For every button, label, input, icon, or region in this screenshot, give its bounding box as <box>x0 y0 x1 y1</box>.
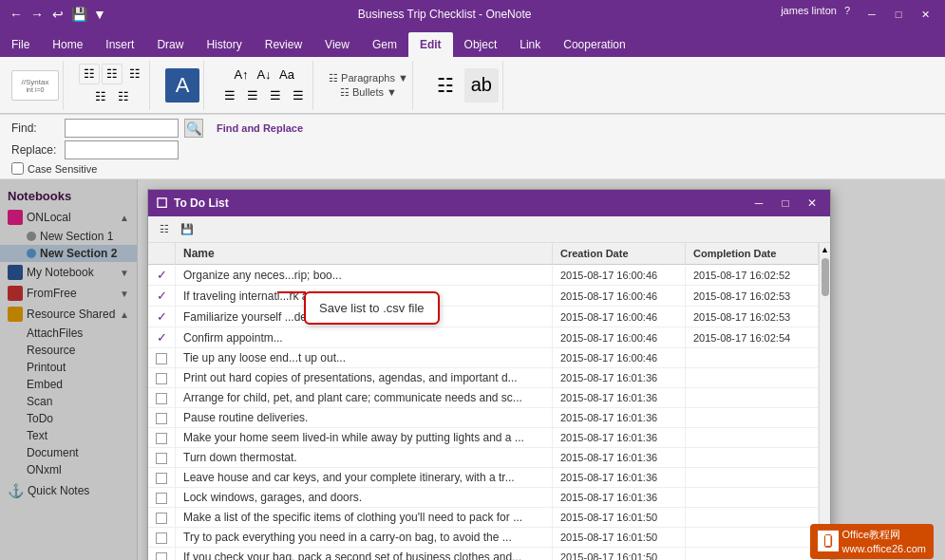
row-completion-date <box>686 468 819 488</box>
insert-big-icon[interactable]: A <box>165 68 199 103</box>
font-aa[interactable]: Aa <box>276 65 297 85</box>
ribbon-group-extra: ☷ ab <box>425 61 503 110</box>
unchecked-icon <box>156 353 167 364</box>
unchecked-icon <box>156 453 167 464</box>
modal-title-text: To Do List <box>174 196 743 210</box>
row-checkbox[interactable] <box>148 548 176 561</box>
title-bar-controls[interactable]: ← → ↩ 💾 ▼ <box>8 6 108 23</box>
help-button[interactable]: ? <box>844 5 850 24</box>
format-icon4[interactable]: ☷ <box>90 86 111 107</box>
modal-minimize-button[interactable]: ─ <box>748 195 769 212</box>
minimize-button[interactable]: ─ <box>860 5 884 24</box>
row-checkbox[interactable] <box>148 388 176 408</box>
modal-tb-icon1[interactable]: ☷ <box>154 219 175 240</box>
ribbon-group-text: ☷ ☷ ☷ ☷ ☷ <box>75 61 150 110</box>
case-sensitive-label: Case Sensitive <box>28 163 97 175</box>
syntax-icon[interactable]: //Syntax int i=0 <box>11 70 59 101</box>
align-icon3[interactable]: ☰ <box>265 85 286 106</box>
unchecked-icon <box>156 473 167 484</box>
tab-file[interactable]: File <box>0 32 41 57</box>
window-controls[interactable]: james linton ? ─ □ ✕ <box>781 5 937 24</box>
row-checkbox[interactable]: ✓ <box>148 327 176 348</box>
row-checkbox[interactable] <box>148 348 176 368</box>
modal-title-icon: ☐ <box>156 196 168 211</box>
row-creation-date: 2015-08-17 16:00:46 <box>553 327 686 348</box>
row-creation-date: 2015-08-17 16:01:50 <box>553 508 686 528</box>
col-creation: Creation Date <box>553 243 686 265</box>
row-checkbox[interactable] <box>148 368 176 388</box>
modal-titlebar: ☐ To Do List ─ □ ✕ <box>148 190 830 216</box>
row-checkbox[interactable] <box>148 428 176 448</box>
save-button[interactable]: 💾 <box>70 6 87 23</box>
row-checkbox[interactable] <box>148 488 176 508</box>
row-completion-date: 2015-08-17 16:02:53 <box>686 307 819 327</box>
font-size-down[interactable]: A↓ <box>254 65 274 85</box>
row-creation-date: 2015-08-17 16:01:36 <box>553 488 686 508</box>
tab-review[interactable]: Review <box>254 32 313 57</box>
forward-button[interactable]: → <box>28 6 46 23</box>
ribbon-group-insert: A <box>161 61 204 110</box>
ribbon: File Home Insert Draw History Review Vie… <box>0 28 945 115</box>
tab-link[interactable]: Link <box>508 32 552 57</box>
tab-view[interactable]: View <box>313 32 361 57</box>
row-checkbox[interactable] <box>148 528 176 548</box>
extra-icon1[interactable]: ☷ <box>428 68 463 103</box>
bullets-label[interactable]: ☷ Bullets ▼ <box>340 86 397 99</box>
format-icon3[interactable]: ☷ <box>124 64 145 84</box>
format-icon1[interactable]: ☷ <box>79 64 100 84</box>
replace-input[interactable] <box>65 140 179 159</box>
table-row: ✓Familiarize yourself ...destin...2015-0… <box>148 307 819 327</box>
row-name: Turn down thermostat. <box>176 448 553 468</box>
tab-edit[interactable]: Edit <box>408 32 453 57</box>
find-input[interactable] <box>65 119 179 138</box>
tab-draw[interactable]: Draw <box>145 32 195 57</box>
modal-vertical-scrollbar[interactable]: ▲ ▼ <box>819 243 830 560</box>
format-icon5[interactable]: ☷ <box>113 86 134 107</box>
find-search-button[interactable]: 🔍 <box>184 119 203 138</box>
row-checkbox[interactable] <box>148 408 176 428</box>
modal-tb-save[interactable]: 💾 <box>177 219 198 240</box>
back-button[interactable]: ← <box>8 6 25 23</box>
tab-gem[interactable]: Gem <box>361 32 408 57</box>
checked-icon: ✓ <box>157 330 167 345</box>
row-completion-date <box>686 428 819 448</box>
align-icon2[interactable]: ☰ <box>242 85 263 106</box>
font-size-up[interactable]: A↑ <box>231 65 252 85</box>
row-checkbox[interactable]: ✓ <box>148 307 176 327</box>
tab-home[interactable]: Home <box>41 32 94 57</box>
align-icon1[interactable]: ☰ <box>219 85 240 106</box>
row-checkbox[interactable] <box>148 448 176 468</box>
tab-object[interactable]: Object <box>453 32 509 57</box>
tab-history[interactable]: History <box>195 32 253 57</box>
row-name: Pause routine deliveries. <box>176 408 553 428</box>
undo-button[interactable]: ↩ <box>49 6 66 23</box>
table-row: Pause routine deliveries.2015-08-17 16:0… <box>148 408 819 428</box>
close-button[interactable]: ✕ <box>913 5 937 24</box>
table-row: If you check your bag, pack a second set… <box>148 548 819 561</box>
tab-insert[interactable]: Insert <box>94 32 145 57</box>
col-completion: Completion Date <box>686 243 819 265</box>
row-checkbox[interactable]: ✓ <box>148 265 176 286</box>
unchecked-icon <box>156 552 167 560</box>
vscroll-up[interactable]: ▲ <box>819 243 830 256</box>
office-watermark: 🅾 Office教程网 www.office26.com <box>810 524 934 559</box>
row-checkbox[interactable] <box>148 508 176 528</box>
row-checkbox[interactable] <box>148 468 176 488</box>
unchecked-icon <box>156 513 167 524</box>
align-icon4[interactable]: ☰ <box>288 85 309 106</box>
modal-maximize-button[interactable]: □ <box>775 195 796 212</box>
format-icon2[interactable]: ☷ <box>102 64 123 84</box>
modal-table-wrapper[interactable]: Name Creation Date Completion Date ✓Orga… <box>148 243 819 560</box>
tab-cooperation[interactable]: Cooperation <box>552 32 636 57</box>
todo-table: Name Creation Date Completion Date ✓Orga… <box>148 243 819 560</box>
vscroll-thumb[interactable] <box>822 258 829 296</box>
unchecked-icon <box>156 373 167 384</box>
maximize-button[interactable]: □ <box>886 5 911 24</box>
row-checkbox[interactable]: ✓ <box>148 286 176 307</box>
tb-extra[interactable]: ▼ <box>91 6 108 23</box>
modal-overlay: ☐ To Do List ─ □ ✕ ☷ 💾 Nam <box>0 179 945 560</box>
modal-close-button[interactable]: ✕ <box>802 195 822 212</box>
extra-icon2[interactable]: ab <box>464 68 499 103</box>
find-label: Find: <box>11 121 59 135</box>
case-sensitive-checkbox[interactable] <box>11 162 24 175</box>
